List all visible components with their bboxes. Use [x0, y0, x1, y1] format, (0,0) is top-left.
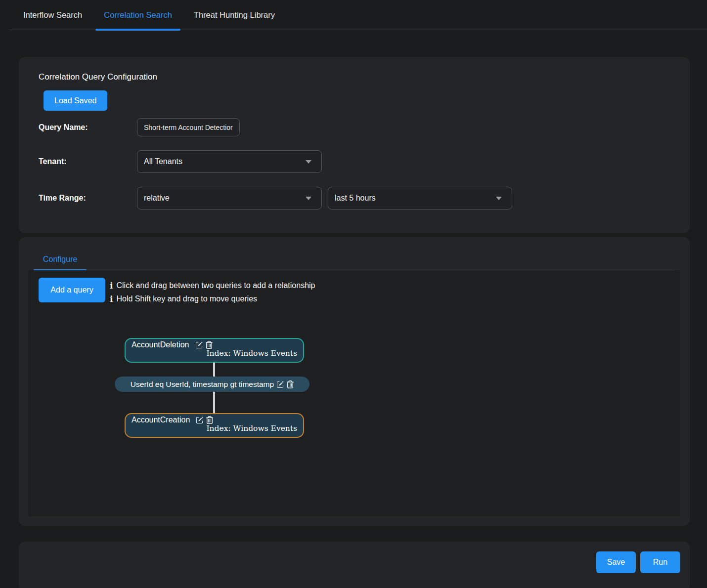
- node-title-row: AccountDeletion: [132, 340, 297, 349]
- footer-actions: Save Run: [596, 551, 680, 573]
- relationship-pill[interactable]: UserId eq UserId, timestamp gt timestamp: [115, 377, 309, 392]
- chevron-down-icon: [306, 197, 311, 200]
- edit-icon[interactable]: [276, 380, 284, 388]
- query-node-account-deletion[interactable]: AccountDeletion Index: Windows Events: [125, 338, 304, 363]
- hints: i Click and drag between two queries to …: [110, 278, 315, 305]
- tenant-row: Tenant: All Tenants: [39, 150, 670, 173]
- query-canvas[interactable]: Add a query i Click and drag between two…: [28, 270, 680, 516]
- time-range-value-select[interactable]: last 5 hours: [328, 187, 512, 210]
- time-range-label: Time Range:: [39, 194, 137, 203]
- trash-icon[interactable]: [206, 341, 213, 349]
- time-range-type-value: relative: [144, 194, 170, 203]
- hint-text: Click and drag between two queries to ad…: [116, 281, 315, 290]
- run-button[interactable]: Run: [640, 551, 680, 573]
- load-saved-button[interactable]: Load Saved: [44, 90, 107, 111]
- footer-action-bar: Save Run: [19, 542, 690, 588]
- query-builder-panel: Configure Add a query i Click and drag b…: [19, 237, 690, 526]
- time-range-row: Time Range: relative last 5 hours: [39, 187, 670, 210]
- tab-label: Interflow Search: [23, 10, 82, 20]
- save-button[interactable]: Save: [596, 551, 636, 573]
- relationship-label: UserId eq UserId, timestamp gt timestamp: [131, 380, 274, 389]
- tab-label: Correlation Search: [104, 10, 172, 20]
- info-icon: i: [110, 294, 113, 304]
- top-tab-bar: Interflow Search Correlation Search Thre…: [10, 0, 707, 30]
- tab-label: Threat Hunting Library: [194, 10, 275, 20]
- node-index-label: Index: Windows Events: [132, 424, 297, 433]
- info-icon: i: [110, 281, 113, 291]
- node-title-row: AccountCreation: [132, 416, 297, 424]
- tab-threat-hunting-library[interactable]: Threat Hunting Library: [185, 0, 283, 30]
- hint-text: Hold Shift key and drag to move queries: [116, 294, 257, 303]
- trash-icon[interactable]: [287, 380, 294, 388]
- query-name-row: Query Name:: [39, 118, 670, 136]
- trash-icon[interactable]: [206, 416, 213, 424]
- correlation-query-configuration-panel: Correlation Query Configuration Load Sav…: [19, 57, 690, 233]
- node-index-label: Index: Windows Events: [132, 349, 297, 358]
- hint-relationship: i Click and drag between two queries to …: [110, 279, 315, 292]
- builder-tab-bar: Configure: [34, 237, 675, 270]
- tab-configure[interactable]: Configure: [34, 251, 87, 270]
- hint-move: i Hold Shift key and drag to move querie…: [110, 292, 315, 305]
- panel-title: Correlation Query Configuration: [39, 72, 670, 82]
- tab-correlation-search[interactable]: Correlation Search: [95, 0, 180, 30]
- query-name-label: Query Name:: [39, 123, 137, 132]
- add-query-button[interactable]: Add a query: [39, 278, 105, 302]
- chevron-down-icon: [306, 160, 311, 164]
- edit-icon[interactable]: [196, 416, 204, 424]
- canvas-toolbar: Add a query i Click and drag between two…: [39, 278, 680, 305]
- query-node-name: AccountCreation: [132, 416, 190, 424]
- tenant-select[interactable]: All Tenants: [137, 150, 322, 173]
- tenant-label: Tenant:: [39, 157, 137, 166]
- tab-interflow-search[interactable]: Interflow Search: [15, 0, 90, 30]
- query-node-name: AccountDeletion: [132, 340, 189, 349]
- tenant-selected-value: All Tenants: [144, 157, 182, 166]
- query-name-input[interactable]: [137, 118, 240, 136]
- time-range-type-select[interactable]: relative: [137, 187, 322, 210]
- tab-label: Configure: [43, 255, 77, 263]
- query-node-account-creation[interactable]: AccountCreation Index: Windows Events: [125, 413, 304, 438]
- chevron-down-icon: [496, 197, 502, 200]
- edit-icon[interactable]: [195, 341, 203, 349]
- time-range-value: last 5 hours: [335, 194, 376, 203]
